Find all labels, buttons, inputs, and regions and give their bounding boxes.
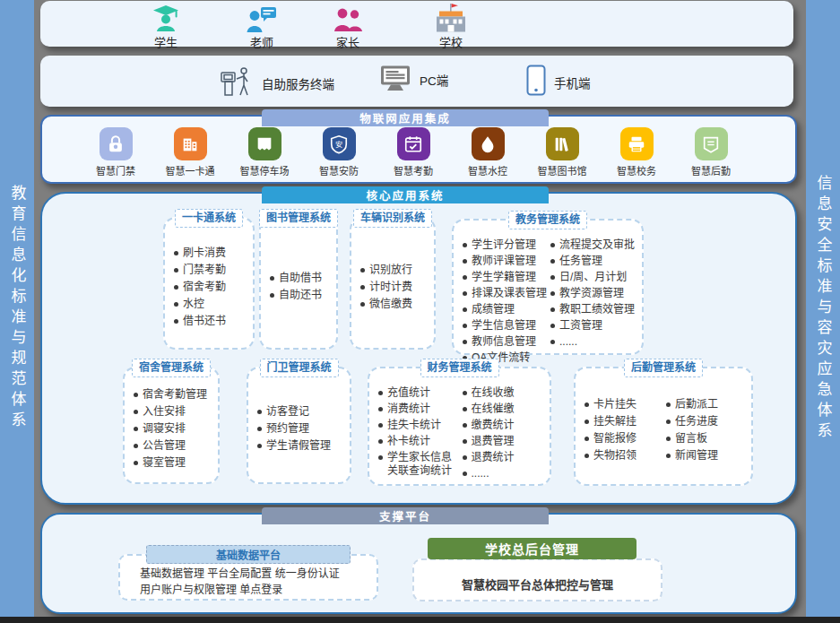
iot-item-water: 智慧水控 — [455, 127, 520, 177]
right-sidebar-label: 信息安全标准与容灾应急体系 — [816, 175, 831, 443]
list-item: 失物招领 — [585, 449, 662, 463]
system-box-dormitory: 宿舍管理系统宿舍考勤管理入住安排调寝安排公告管理寝室管理 — [123, 367, 220, 484]
list-item: 自助还书 — [270, 289, 329, 302]
terminals-row-panel: 自助服务终端 PC端 手机端 — [40, 56, 793, 107]
box-title: 后勤管理系统 — [624, 359, 703, 377]
bullet-icon — [134, 410, 138, 414]
user-item-student: 学生 — [128, 5, 204, 50]
logistics-board-icon — [695, 127, 728, 160]
list-item: 学生请假管理 — [257, 439, 342, 453]
list-item: 挂失解挂 — [585, 415, 662, 428]
bottom-edge-bar — [0, 617, 840, 623]
bullet-icon — [463, 423, 467, 428]
list-item: 新闻管理 — [666, 449, 744, 463]
bullet-icon — [585, 420, 589, 424]
list-item: 学生信息管理 — [463, 319, 547, 333]
bullet-icon — [257, 427, 262, 431]
list-item: 任务管理 — [550, 255, 635, 268]
list-item: 公告管理 — [134, 439, 211, 453]
bullet-icon — [270, 293, 274, 298]
security-shield-icon: 安 — [323, 127, 356, 160]
bullet-icon — [378, 407, 383, 411]
user-item-teacher: 老师 — [224, 5, 299, 50]
support-section-header: 支撑平台 — [262, 507, 549, 524]
list-item: 识别放行 — [360, 264, 427, 277]
school-admin-title: 学校总后台管理 — [428, 538, 636, 559]
list-item: 调寝安排 — [134, 422, 211, 436]
svg-text:安: 安 — [335, 140, 342, 149]
system-box-gatekeeper: 门卫管理系统访客登记预约管理学生请假管理 — [247, 367, 351, 484]
core-section-header: 核心应用系统 — [262, 186, 549, 203]
bullet-icon — [360, 302, 365, 307]
user-item-parent: 家长 — [310, 5, 385, 50]
bullet-icon — [174, 268, 178, 273]
left-sidebar: 教育信息化标准与规范体系 — [0, 0, 34, 617]
list-item: 排课及课表管理 — [463, 287, 547, 300]
list-item: 挂失卡统计 — [378, 419, 459, 432]
bullet-icon — [550, 275, 555, 280]
school-admin-content: 智慧校园平台总体把控与管理 — [462, 568, 613, 593]
user-item-school: 学校 — [413, 5, 489, 50]
school-admin-box: 智慧校园平台总体把控与管理 — [412, 558, 662, 601]
system-box-finance: 财务管理系统充值统计消费统计挂失卡统计补卡统计学生家长信息关联查询统计在线收缴在… — [368, 367, 551, 486]
list-item: 借书还书 — [174, 315, 246, 328]
school-icon — [413, 5, 489, 32]
terminal-item-label: 手机端 — [554, 74, 591, 91]
bullet-icon — [585, 454, 589, 458]
smart-campus-architecture-diagram: 教育信息化标准与规范体系 信息安全标准与容灾应急体系 学生 — [0, 0, 840, 623]
bullet-icon — [378, 455, 383, 460]
bullet-icon — [174, 285, 178, 290]
list-item: 学生家长信息关联查询统计 — [378, 451, 459, 478]
mobile-phone-icon — [526, 65, 546, 100]
bullet-icon — [174, 302, 178, 307]
bullet-icon — [134, 444, 138, 448]
list-item: 成绩管理 — [463, 303, 547, 316]
iot-section-header: 物联网应用集成 — [262, 109, 549, 126]
parking-icon — [248, 127, 281, 160]
box-title: 一卡通系统 — [175, 209, 243, 228]
base-data-platform-box: 基础数据平台 基础数据管理 平台全局配置 统一身份认证 用户账户与权限管理 单点… — [118, 554, 378, 601]
bullet-icon — [666, 437, 671, 441]
list-item: 在线收缴 — [463, 386, 543, 400]
iot-item-attendance: 智慧考勤 — [381, 127, 446, 177]
users-row-panel: 学生 老师 — [40, 1, 793, 47]
list-item: 入住安排 — [134, 405, 211, 419]
box-title: 财务管理系统 — [420, 359, 498, 377]
iot-integration-panel: 物联网应用集成 智慧门禁 — [40, 115, 797, 184]
base-platform-line: 用户账户与权限管理 单点登录 — [140, 582, 377, 598]
pc-monitor-icon — [379, 65, 411, 95]
attendance-calendar-icon — [397, 127, 430, 160]
iot-item-school-affairs: 智慧校务 — [604, 127, 669, 177]
list-item: 微信缴费 — [360, 298, 427, 311]
bullet-icon — [463, 324, 467, 328]
left-sidebar-label: 教育信息化标准与规范体系 — [10, 185, 25, 432]
bullet-icon — [463, 407, 467, 411]
list-item: 留言板 — [666, 432, 744, 446]
list-item: 教师评课管理 — [463, 255, 547, 268]
list-item: ...... — [550, 335, 635, 349]
list-item: 水控 — [174, 298, 246, 311]
bullet-icon — [463, 391, 467, 395]
box-title: 车辆识别系统 — [353, 209, 432, 228]
list-item: 宿舍考勤管理 — [134, 388, 211, 402]
bullet-icon — [378, 391, 383, 395]
bullet-icon — [257, 410, 262, 414]
list-item: 缴费统计 — [463, 419, 543, 432]
user-item-label: 家长 — [310, 33, 385, 50]
iot-item-onecard: 智慧一卡通 — [158, 127, 222, 177]
list-item: 消费统计 — [378, 402, 459, 416]
list-item: 教职工绩效管理 — [550, 303, 635, 316]
list-item: 学生评分管理 — [463, 238, 547, 252]
bullet-icon — [174, 319, 178, 324]
parents-icon — [310, 5, 385, 32]
access-control-icon — [100, 127, 133, 160]
list-item: 充值统计 — [378, 386, 459, 400]
list-item: 退费管理 — [463, 435, 543, 448]
student-icon — [128, 5, 204, 32]
list-item: 卡片挂失 — [585, 398, 662, 411]
system-box-vehicle: 车辆识别系统识别放行计时计费微信缴费 — [350, 217, 436, 350]
iot-item-logistics: 智慧后勤 — [679, 127, 743, 177]
library-books-icon — [546, 127, 579, 160]
school-affairs-printer-icon — [620, 127, 654, 160]
list-item: 任务进度 — [666, 415, 744, 428]
